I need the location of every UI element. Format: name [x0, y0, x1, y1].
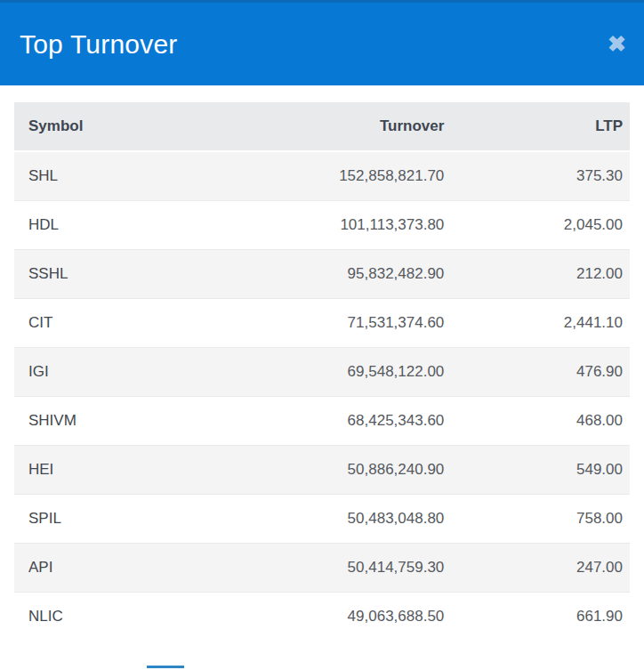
top-turnover-modal: Top Turnover ✖ Symbol Turnover LTP SHL 1… [0, 0, 644, 670]
turnover-cell: 101,113,373.80 [199, 201, 452, 250]
turnover-cell: 68,425,343.60 [199, 397, 452, 446]
modal-title: Top Turnover [20, 29, 178, 60]
column-header-symbol: Symbol [14, 102, 199, 151]
table-row: API 50,414,759.30 247.00 [14, 544, 630, 593]
table-row: HDL 101,113,373.80 2,045.00 [14, 201, 630, 250]
turnover-cell: 49,063,688.50 [199, 593, 452, 642]
ltp-cell: 549.00 [451, 446, 630, 495]
ltp-cell: 212.00 [451, 250, 630, 299]
table-container: Symbol Turnover LTP SHL 152,858,821.70 3… [14, 102, 630, 641]
turnover-cell: 50,483,048.80 [199, 495, 452, 544]
table-row: SSHL 95,832,482.90 212.00 [14, 250, 630, 299]
close-icon: ✖ [608, 31, 626, 56]
table-row: CIT 71,531,374.60 2,441.10 [14, 299, 630, 348]
ltp-cell: 2,441.10 [451, 299, 630, 348]
top-turnover-table: Symbol Turnover LTP SHL 152,858,821.70 3… [14, 102, 630, 641]
symbol-cell: SPIL [14, 495, 199, 544]
symbol-cell: SHL [14, 151, 199, 201]
turnover-cell: 69,548,122.00 [199, 348, 452, 397]
table-row: NLIC 49,063,688.50 661.90 [14, 593, 630, 642]
table-body: SHL 152,858,821.70 375.30 HDL 101,113,37… [14, 151, 630, 641]
symbol-cell: CIT [14, 299, 199, 348]
turnover-cell: 50,886,240.90 [199, 446, 452, 495]
symbol-cell: HEI [14, 446, 199, 495]
symbol-cell: NLIC [14, 593, 199, 642]
modal-header: Top Turnover ✖ [0, 0, 644, 85]
ltp-cell: 468.00 [451, 397, 630, 446]
turnover-cell: 152,858,821.70 [199, 151, 452, 201]
symbol-cell: IGI [14, 348, 199, 397]
ltp-cell: 375.30 [451, 151, 630, 201]
column-header-ltp: LTP [451, 102, 630, 151]
ltp-cell: 247.00 [451, 544, 630, 593]
table-row: IGI 69,548,122.00 476.90 [14, 348, 630, 397]
ltp-cell: 2,045.00 [451, 201, 630, 250]
header-row: Symbol Turnover LTP [14, 102, 630, 151]
turnover-cell: 95,832,482.90 [199, 250, 452, 299]
ltp-cell: 758.00 [451, 495, 630, 544]
pagination-indicator[interactable] [147, 666, 184, 668]
symbol-cell: SSHL [14, 250, 199, 299]
table-row: HEI 50,886,240.90 549.00 [14, 446, 630, 495]
column-header-turnover: Turnover [199, 102, 452, 151]
close-button[interactable]: ✖ [602, 29, 632, 59]
table-row: SHIVM 68,425,343.60 468.00 [14, 397, 630, 446]
symbol-cell: API [14, 544, 199, 593]
ltp-cell: 661.90 [451, 593, 630, 642]
table-row: SHL 152,858,821.70 375.30 [14, 151, 630, 201]
table-row: SPIL 50,483,048.80 758.00 [14, 495, 630, 544]
turnover-cell: 71,531,374.60 [199, 299, 452, 348]
turnover-cell: 50,414,759.30 [199, 544, 452, 593]
ltp-cell: 476.90 [451, 348, 630, 397]
symbol-cell: SHIVM [14, 397, 199, 446]
table-header: Symbol Turnover LTP [14, 102, 630, 151]
symbol-cell: HDL [14, 201, 199, 250]
